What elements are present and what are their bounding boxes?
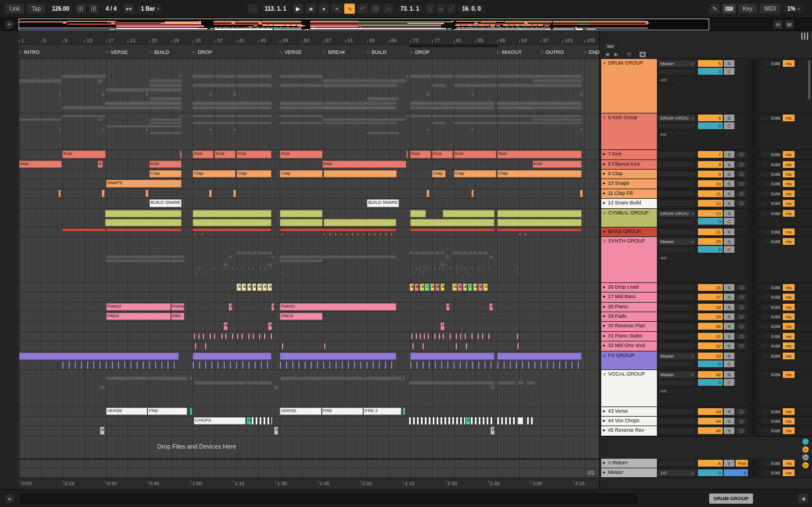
link-button[interactable]: Link <box>4 3 25 14</box>
clip-a[interactable]: A <box>257 284 262 291</box>
clip-r[interactable]: R <box>224 322 228 330</box>
clip[interactable] <box>202 233 203 236</box>
arm-button[interactable] <box>736 323 747 330</box>
ms-badge[interactable]: ms <box>783 304 795 310</box>
track-delay-field[interactable]: 0.00 <box>760 284 782 291</box>
clip-b[interactable]: B <box>415 284 419 291</box>
tempo-display[interactable]: 126.00 <box>47 3 74 14</box>
track-name[interactable]: ▶27 Mid Bass <box>601 293 657 302</box>
clip[interactable] <box>406 150 409 158</box>
clip[interactable] <box>280 229 396 231</box>
clip[interactable] <box>416 334 417 339</box>
track-name[interactable]: ▶10 Snaps <box>601 179 657 189</box>
lane-filtered-kick[interactable]: KickKKickKickKick <box>19 160 599 170</box>
input-display[interactable] <box>658 246 696 253</box>
solo-button[interactable]: S <box>724 460 734 467</box>
clip[interactable] <box>466 343 467 349</box>
lane-kick-group[interactable] <box>19 113 599 150</box>
track-number-badge[interactable]: 7 <box>698 151 723 158</box>
overdub-button[interactable]: + <box>331 3 342 14</box>
track-name[interactable]: ▶45 Reverse Rev <box>601 426 657 436</box>
automation-arm-button[interactable]: ∿ <box>344 3 355 14</box>
input-display[interactable] <box>658 284 696 291</box>
clip-verse[interactable]: VERSE <box>280 408 321 415</box>
clip[interactable] <box>233 190 236 197</box>
clip[interactable] <box>281 233 283 236</box>
ms-badge[interactable]: ms <box>783 151 795 158</box>
input-display[interactable] <box>658 229 696 235</box>
track-number-badge[interactable]: 8 <box>698 161 723 168</box>
clip-a[interactable]: A <box>441 284 445 291</box>
lane-snaps[interactable]: SNAPS <box>19 179 599 189</box>
clip-c[interactable]: C <box>425 284 429 291</box>
clip[interactable] <box>410 229 495 231</box>
expand-panel-toggle-icon[interactable] <box>801 33 809 40</box>
bar-number-strip[interactable]: 1591317212529333741454953576165697377818… <box>19 31 599 44</box>
clip[interactable] <box>412 343 414 349</box>
io-section-toggle[interactable] <box>802 439 809 445</box>
clip-clap[interactable]: Clap <box>280 170 322 177</box>
clip[interactable] <box>19 353 179 360</box>
clip[interactable] <box>439 334 440 339</box>
clip[interactable] <box>411 334 412 339</box>
ms-badge[interactable]: ms <box>783 418 795 424</box>
output-routing-select[interactable]: Master▾ <box>658 371 696 378</box>
track-number-badge[interactable]: 10 <box>698 180 723 187</box>
solo-button[interactable]: S <box>724 284 734 291</box>
track-number-badge[interactable]: 9 <box>698 171 723 177</box>
clip[interactable] <box>198 334 199 339</box>
input-display[interactable] <box>658 123 696 130</box>
clip-clap[interactable]: Clap <box>432 170 446 177</box>
clip-a[interactable]: A <box>420 284 424 291</box>
arm-button[interactable] <box>736 151 747 158</box>
output-routing-select[interactable]: DRUM GROU▾ <box>658 210 696 217</box>
set-locator-button[interactable]: Set <box>604 43 617 50</box>
ms-badge[interactable]: ms <box>783 353 795 359</box>
track-number-badge[interactable]: 28 <box>698 304 723 310</box>
clip[interactable] <box>193 210 271 217</box>
clip-p[interactable]: P <box>446 303 450 310</box>
capture-midi-button[interactable]: ⊡ <box>370 3 381 14</box>
ms-badge[interactable]: ms <box>783 161 795 168</box>
clip[interactable] <box>62 229 105 231</box>
clip-kick[interactable]: Kick <box>237 150 271 158</box>
ms-badge[interactable]: ms <box>783 60 795 67</box>
lane-mid-bass[interactable] <box>19 293 599 303</box>
pan-badge[interactable]: C <box>724 122 734 129</box>
clip-piano[interactable]: PIANO <box>106 303 171 310</box>
clip-kick[interactable]: Kick <box>149 161 182 168</box>
solo-button[interactable]: S <box>724 60 734 67</box>
clip[interactable] <box>194 233 196 236</box>
locator-verse[interactable]: ▷VERSE <box>280 49 302 55</box>
track-name[interactable]: ▶30 Reverse Pian <box>601 322 657 331</box>
clip-r[interactable]: R <box>268 322 272 330</box>
pan-badge[interactable]: C <box>724 68 734 75</box>
clip[interactable] <box>409 417 465 424</box>
nudge-up-button[interactable] <box>88 3 99 14</box>
record-button[interactable]: ● <box>318 3 329 14</box>
computer-midi-keyboard-button[interactable]: ⌨ <box>722 3 736 14</box>
clip-a[interactable]: A <box>242 284 246 291</box>
track-number-badge[interactable]: 27 <box>698 294 723 300</box>
clip[interactable] <box>62 362 179 369</box>
input-display[interactable] <box>658 68 696 75</box>
clip-a[interactable]: A <box>237 284 241 291</box>
track-delay-field[interactable]: 0.00 <box>760 60 782 67</box>
clip[interactable] <box>424 334 425 339</box>
volume-badge[interactable]: 0 <box>698 246 723 253</box>
input-display[interactable] <box>658 218 696 225</box>
lane-synth-group[interactable] <box>19 237 599 283</box>
clip[interactable] <box>280 219 322 226</box>
solo-button[interactable]: S <box>724 353 734 359</box>
lane-master-lane[interactable] <box>19 468 599 478</box>
clip[interactable] <box>280 353 396 360</box>
clip-pads[interactable]: PADS <box>280 313 322 320</box>
track-delay-field[interactable]: 0.00 <box>760 210 782 217</box>
grid-size-label[interactable]: 1/1 <box>587 470 595 476</box>
lane-drum-group[interactable] <box>19 59 599 113</box>
track-number-badge[interactable]: 31 <box>698 333 723 340</box>
solo-button[interactable]: S <box>724 238 734 245</box>
input-display[interactable] <box>658 408 696 415</box>
track-delay-field[interactable]: 0.00 <box>760 171 782 177</box>
clip[interactable] <box>497 353 582 360</box>
